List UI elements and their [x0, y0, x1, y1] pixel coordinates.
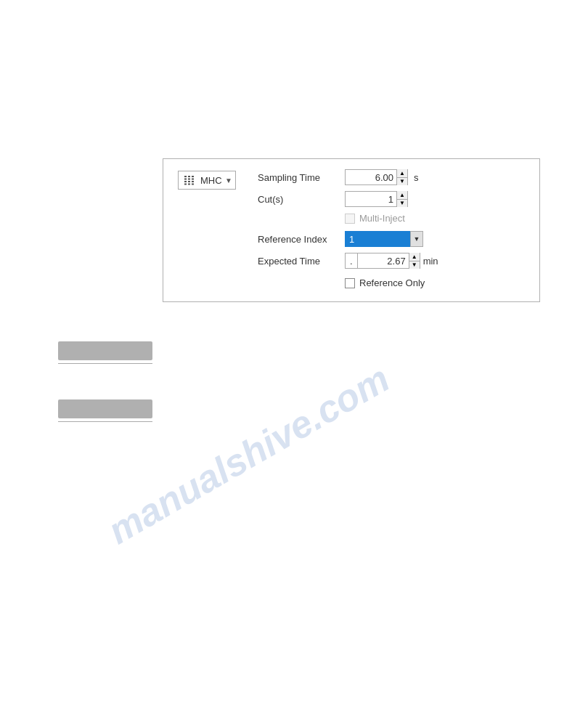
expected-time-row: Expected Time . ▲ ▼ min — [258, 253, 525, 269]
reference-index-row: Reference Index 1 ▼ — [258, 231, 525, 247]
sampling-time-down[interactable]: ▼ — [397, 177, 407, 185]
reference-index-selected[interactable]: 1 — [345, 231, 410, 247]
svg-rect-7 — [188, 184, 190, 185]
svg-rect-9 — [192, 179, 194, 180]
sampling-time-field[interactable] — [346, 172, 396, 183]
mhc-dropdown[interactable]: MHC ▼ — [178, 171, 236, 190]
gray-bar-2-line — [58, 421, 152, 422]
svg-rect-10 — [192, 181, 194, 182]
svg-rect-8 — [192, 176, 194, 177]
cuts-label: Cut(s) — [258, 194, 345, 205]
expected-time-label: Expected Time — [258, 256, 345, 267]
cuts-row: Cut(s) ▲ ▼ — [258, 191, 525, 207]
mhc-icon — [181, 174, 197, 187]
reference-index-dropdown-arrow[interactable]: ▼ — [410, 231, 423, 247]
expected-time-spin-buttons: ▲ ▼ — [409, 253, 420, 269]
cuts-spin-buttons: ▲ ▼ — [396, 191, 407, 207]
reference-index-label: Reference Index — [258, 234, 345, 245]
reference-only-label: Reference Only — [359, 277, 425, 288]
left-column: MHC ▼ — [178, 169, 236, 190]
sampling-time-input-group: ▲ ▼ s — [345, 169, 419, 185]
cuts-up[interactable]: ▲ — [397, 191, 407, 199]
svg-rect-11 — [192, 184, 194, 185]
cuts-spinner[interactable]: ▲ ▼ — [345, 191, 408, 207]
sampling-time-unit: s — [414, 172, 419, 183]
multi-inject-checkbox — [345, 214, 355, 224]
cuts-field[interactable] — [346, 194, 396, 205]
multi-inject-label: Multi-Inject — [359, 213, 405, 224]
watermark: manualshive.com — [100, 333, 436, 553]
expected-time-input-group: . ▲ ▼ min — [345, 253, 438, 269]
reference-index-input[interactable]: 1 ▼ — [345, 231, 423, 247]
gray-bar-1 — [58, 341, 152, 360]
cuts-down[interactable]: ▼ — [397, 199, 407, 207]
expected-time-field[interactable] — [358, 256, 409, 267]
sampling-time-up[interactable]: ▲ — [397, 169, 407, 177]
sampling-time-label: Sampling Time — [258, 172, 345, 183]
expected-time-spinner[interactable]: ▲ ▼ — [357, 253, 420, 269]
cuts-input-group: ▲ ▼ — [345, 191, 408, 207]
sampling-time-row: Sampling Time ▲ ▼ s — [258, 169, 525, 185]
sampling-time-spinner[interactable]: ▲ ▼ — [345, 169, 408, 185]
reference-only-row: Reference Only — [258, 277, 525, 288]
settings-panel: MHC ▼ Sampling Time ▲ ▼ s — [163, 158, 540, 302]
svg-rect-5 — [188, 179, 190, 180]
expected-time-up[interactable]: ▲ — [409, 253, 420, 261]
reference-only-checkbox[interactable] — [345, 278, 355, 288]
svg-rect-6 — [188, 181, 190, 182]
reference-index-value: 1 — [345, 234, 410, 245]
mhc-label: MHC — [200, 175, 222, 186]
svg-rect-0 — [184, 176, 187, 177]
gray-bar-1-line — [58, 363, 152, 364]
expected-time-down[interactable]: ▼ — [409, 261, 420, 269]
multi-inject-row: Multi-Inject — [258, 213, 525, 224]
expected-time-prefix: . — [345, 253, 357, 269]
svg-rect-1 — [184, 179, 187, 180]
svg-rect-4 — [188, 176, 190, 177]
gray-bar-2 — [58, 399, 152, 418]
svg-rect-2 — [184, 181, 187, 182]
right-column: Sampling Time ▲ ▼ s Cut(s) — [258, 169, 525, 288]
mhc-dropdown-arrow: ▼ — [225, 176, 232, 184]
expected-time-unit: min — [423, 256, 438, 267]
sampling-time-spin-buttons: ▲ ▼ — [396, 169, 407, 185]
svg-rect-3 — [184, 184, 187, 185]
